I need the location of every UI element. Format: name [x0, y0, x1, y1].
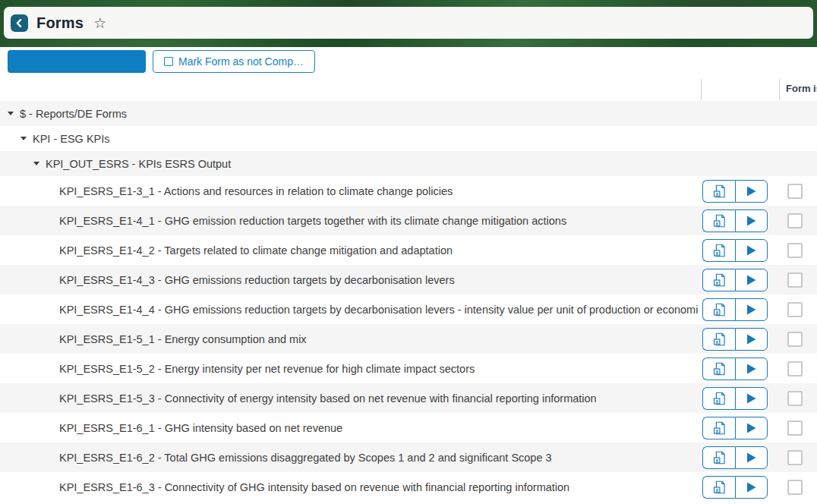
form-row[interactable]: KPI_ESRS_E1-4_4 - GHG emissions reductio… — [0, 295, 817, 324]
svg-text:x: x — [715, 487, 718, 492]
export-excel-button[interactable]: x — [702, 476, 735, 499]
excel-export-icon: x — [713, 303, 726, 317]
chevron-left-icon — [14, 18, 24, 28]
page-title: Forms — [36, 14, 84, 32]
export-excel-button[interactable]: x — [702, 446, 735, 469]
favorite-star-icon[interactable]: ☆ — [93, 16, 106, 30]
mark-form-not-complete-button[interactable]: Mark Form as not Comp… — [153, 50, 315, 73]
run-form-button[interactable] — [735, 269, 768, 291]
form-is-complete-checkbox[interactable] — [787, 243, 803, 258]
run-form-button[interactable] — [735, 239, 768, 262]
svg-text:x: x — [715, 457, 718, 462]
tree-group-row[interactable]: $ - Reports/DE Forms — [0, 101, 817, 126]
run-form-button[interactable] — [735, 358, 768, 380]
export-excel-button[interactable]: x — [702, 209, 735, 232]
svg-text:x: x — [715, 220, 718, 225]
form-label: KPI_ESRS_E1-4_4 - GHG emissions reductio… — [59, 304, 699, 316]
form-label: KPI_ESRS_E1-5_3 - Connectivity of energy… — [59, 392, 699, 405]
form-is-complete-checkbox[interactable] — [787, 361, 803, 376]
run-form-button[interactable] — [735, 446, 768, 469]
svg-text:x: x — [715, 339, 718, 344]
run-form-button[interactable] — [735, 476, 768, 499]
export-excel-button[interactable]: x — [702, 298, 735, 321]
form-row[interactable]: KPI_ESRS_E1-6_3 - Connectivity of GHG in… — [0, 472, 817, 502]
form-row[interactable]: KPI_ESRS_E1-5_3 - Connectivity of energy… — [0, 383, 817, 413]
form-is-complete-checkbox[interactable] — [787, 272, 803, 288]
form-label: KPI_ESRS_E1-3_1 - Actions and resources … — [59, 185, 699, 197]
form-actions: x — [702, 328, 768, 351]
form-label: KPI_ESRS_E1-4_2 - Targets related to cli… — [59, 244, 699, 257]
form-row[interactable]: KPI_ESRS_E1-4_2 - Targets related to cli… — [0, 235, 817, 265]
expand-collapse-triangle-icon[interactable] — [33, 162, 39, 165]
form-is-complete-checkbox[interactable] — [787, 213, 803, 228]
svg-text:x: x — [715, 250, 718, 255]
tree-group-row[interactable]: KPI - ESG KPIs — [0, 126, 817, 151]
form-actions: x — [702, 417, 768, 439]
column-divider — [701, 79, 702, 100]
export-excel-button[interactable]: x — [702, 239, 735, 262]
form-is-complete-checkbox[interactable] — [787, 450, 803, 465]
back-button[interactable] — [11, 14, 28, 32]
form-actions: x — [702, 209, 768, 232]
play-icon — [746, 423, 756, 433]
excel-export-icon: x — [713, 332, 726, 346]
export-excel-button[interactable]: x — [702, 358, 735, 380]
export-excel-button[interactable]: x — [702, 417, 735, 439]
form-is-complete-checkbox[interactable] — [787, 480, 803, 495]
play-icon — [746, 275, 756, 285]
form-label: KPI_ESRS_E1-5_1 - Energy consumption and… — [59, 333, 699, 345]
run-form-button[interactable] — [735, 417, 768, 439]
form-actions: x — [702, 476, 768, 499]
form-actions: x — [702, 446, 768, 469]
expand-collapse-triangle-icon[interactable] — [8, 112, 14, 115]
form-is-complete-checkbox[interactable] — [787, 332, 803, 347]
form-label: KPI_ESRS_E1-4_1 - GHG emission reduction… — [59, 215, 699, 227]
form-is-complete-checkbox[interactable] — [787, 302, 803, 317]
excel-export-icon: x — [713, 273, 726, 287]
expand-collapse-triangle-icon[interactable] — [21, 137, 27, 140]
form-label: KPI_ESRS_E1-6_1 - GHG intensity based on… — [59, 422, 699, 434]
excel-export-icon: x — [713, 362, 726, 376]
svg-text:x: x — [715, 279, 718, 285]
content-panel: Mark Form as not Comp… Form is $ - Repor… — [0, 47, 817, 504]
form-row[interactable]: KPI_ESRS_E1-4_3 - GHG emissions reductio… — [0, 265, 817, 295]
form-row[interactable]: KPI_ESRS_E1-6_1 - GHG intensity based on… — [0, 413, 817, 443]
run-form-button[interactable] — [735, 209, 768, 232]
run-form-button[interactable] — [735, 180, 768, 203]
export-excel-button[interactable]: x — [702, 269, 735, 291]
form-row[interactable]: KPI_ESRS_E1-3_1 - Actions and resources … — [0, 176, 817, 206]
column-divider — [779, 79, 780, 100]
tree-group-label: KPI - ESG KPIs — [33, 133, 110, 145]
play-icon — [746, 304, 756, 315]
form-row[interactable]: KPI_ESRS_E1-6_2 - Total GHG emissions di… — [0, 443, 817, 472]
form-actions: x — [702, 387, 768, 410]
svg-text:x: x — [715, 191, 718, 196]
svg-text:x: x — [715, 398, 718, 403]
excel-export-icon: x — [713, 392, 726, 405]
play-icon — [746, 186, 756, 197]
export-excel-button[interactable]: x — [702, 180, 735, 203]
run-form-button[interactable] — [735, 328, 768, 351]
excel-export-icon: x — [713, 244, 726, 257]
form-row[interactable]: KPI_ESRS_E1-5_1 - Energy consumption and… — [0, 324, 817, 354]
run-form-button[interactable] — [735, 298, 768, 321]
form-label: KPI_ESRS_E1-4_3 - GHG emissions reductio… — [59, 274, 699, 286]
form-is-complete-checkbox[interactable] — [787, 391, 803, 406]
export-excel-button[interactable]: x — [702, 387, 735, 410]
app-header: Forms ☆ — [4, 7, 813, 39]
run-form-button[interactable] — [735, 387, 768, 410]
tree-group-row[interactable]: KPI_OUT_ESRS - KPIs ESRS Output — [0, 151, 817, 176]
form-is-complete-checkbox[interactable] — [787, 184, 803, 199]
form-actions: x — [702, 298, 768, 321]
form-is-column-header: Form is — [786, 83, 817, 94]
form-row[interactable]: KPI_ESRS_E1-4_1 - GHG emission reduction… — [0, 206, 817, 235]
excel-export-icon: x — [713, 214, 726, 228]
form-row[interactable]: KPI_ESRS_E1-5_2 - Energy intensity per n… — [0, 354, 817, 383]
form-is-complete-checkbox[interactable] — [787, 421, 803, 436]
primary-action-button[interactable] — [8, 50, 146, 73]
excel-export-icon: x — [713, 421, 726, 435]
play-icon — [746, 216, 756, 226]
play-icon — [746, 452, 756, 463]
form-actions: x — [702, 180, 768, 203]
export-excel-button[interactable]: x — [702, 328, 735, 351]
